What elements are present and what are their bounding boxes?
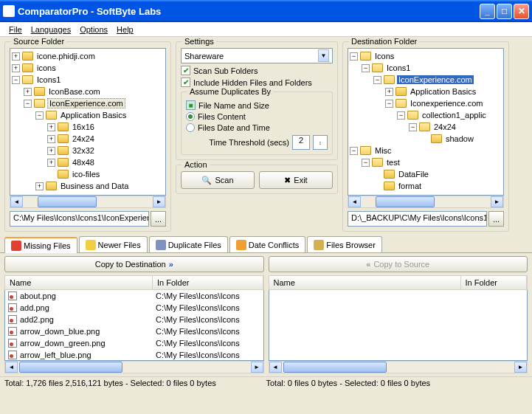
menu-help[interactable]: Help xyxy=(112,24,138,35)
col-folder[interactable]: In Folder xyxy=(461,276,528,289)
tree-item[interactable]: −Icons1 xyxy=(12,74,164,86)
include-hidden-checkbox[interactable]: ✔ xyxy=(181,77,190,87)
scroll-thumb[interactable] xyxy=(19,362,122,373)
tree-item[interactable]: +Application Basics xyxy=(350,86,502,97)
scroll-left-icon[interactable]: ◄ xyxy=(5,362,18,373)
tree-item[interactable]: +24x24 xyxy=(12,133,164,145)
scroll-right-icon[interactable]: ► xyxy=(153,196,165,207)
tree-item[interactable]: −Icons1 xyxy=(350,62,502,74)
preset-combo[interactable]: Shareware ▼ xyxy=(181,48,333,63)
name-size-checkbox[interactable]: ■ xyxy=(186,100,196,110)
scan-button[interactable]: 🔍 Scan xyxy=(181,171,255,189)
copy-to-dest-button[interactable]: Copy to Destination » xyxy=(4,256,264,272)
expand-icon[interactable]: − xyxy=(409,123,417,131)
tree-item[interactable]: +icons xyxy=(12,62,164,74)
tree-item[interactable]: −IconExperience.com xyxy=(350,74,502,86)
col-name[interactable]: Name xyxy=(269,276,461,289)
scroll-thumb[interactable] xyxy=(283,362,387,373)
scan-sub-checkbox[interactable]: ✔ xyxy=(181,66,190,75)
dest-scrollbar[interactable]: ◄ ► xyxy=(348,196,504,208)
tree-item[interactable]: shadow xyxy=(350,133,502,145)
close-button[interactable]: ✕ xyxy=(514,4,529,19)
dest-tree[interactable]: −Icons−Icons1−IconExperience.com+Applica… xyxy=(348,48,504,196)
tree-item[interactable]: −Iconexperience.com xyxy=(350,97,502,109)
expand-icon[interactable]: − xyxy=(362,159,370,167)
right-list-scrollbar[interactable]: ◄ ► xyxy=(269,361,528,373)
tree-item[interactable]: format xyxy=(350,180,502,192)
expand-icon[interactable]: − xyxy=(350,147,358,155)
expand-icon[interactable]: − xyxy=(385,100,393,108)
expand-icon[interactable]: − xyxy=(35,111,44,120)
date-time-radio[interactable] xyxy=(186,123,195,132)
scroll-thumb[interactable] xyxy=(38,196,97,207)
tree-item[interactable]: −Application Basics xyxy=(12,109,164,121)
scroll-right-icon[interactable]: ► xyxy=(514,362,527,373)
tree-item[interactable]: −Misc xyxy=(350,145,502,156)
tree-item[interactable]: −24x24 xyxy=(350,121,502,133)
expand-icon[interactable]: − xyxy=(24,100,32,108)
tree-item[interactable]: −Icons xyxy=(350,50,502,62)
tree-item[interactable]: −IconExperience.com xyxy=(12,97,164,109)
expand-icon[interactable]: + xyxy=(47,135,55,143)
expand-icon[interactable]: − xyxy=(373,76,381,84)
threshold-spinner[interactable]: ↕ xyxy=(313,135,328,150)
left-list[interactable]: about.pngC:\My Files\Icons\Iconsadd.pngC… xyxy=(4,290,264,361)
dest-browse-button[interactable]: ... xyxy=(488,211,504,227)
copy-to-source-button[interactable]: « Copy to Source xyxy=(269,256,528,272)
col-name[interactable]: Name xyxy=(5,276,153,289)
tab-newer-files[interactable]: Newer Files xyxy=(79,236,148,252)
list-item[interactable]: add2.pngC:\My Files\Icons\Icons xyxy=(5,314,263,325)
minimize-button[interactable]: _ xyxy=(480,4,495,19)
content-radio[interactable] xyxy=(186,112,195,121)
expand-icon[interactable]: + xyxy=(47,123,55,131)
source-scrollbar[interactable]: ◄ ► xyxy=(10,196,166,208)
scroll-left-icon[interactable]: ◄ xyxy=(348,196,361,207)
tab-files-browser[interactable]: Files Browser xyxy=(307,236,382,252)
menu-languages[interactable]: Languages xyxy=(27,24,75,35)
tree-item[interactable]: +16x16 xyxy=(12,121,164,133)
expand-icon[interactable]: − xyxy=(350,52,358,61)
list-item[interactable]: add.pngC:\My Files\Icons\Icons xyxy=(5,302,263,314)
right-list[interactable] xyxy=(269,290,528,361)
left-list-scrollbar[interactable]: ◄ ► xyxy=(4,361,264,373)
scroll-right-icon[interactable]: ► xyxy=(251,362,263,373)
menu-file[interactable]: File xyxy=(4,24,27,35)
scroll-thumb[interactable] xyxy=(376,196,435,207)
menu-options[interactable]: Options xyxy=(75,24,112,35)
scroll-left-icon[interactable]: ◄ xyxy=(269,362,282,373)
expand-icon[interactable]: + xyxy=(47,159,55,167)
expand-icon[interactable]: + xyxy=(12,64,20,72)
tab-date-conflicts[interactable]: Date Conflicts xyxy=(229,236,305,252)
col-folder[interactable]: In Folder xyxy=(153,276,263,289)
expand-icon[interactable]: + xyxy=(47,147,55,155)
threshold-input[interactable]: 2 xyxy=(292,135,310,150)
scroll-left-icon[interactable]: ◄ xyxy=(10,196,23,207)
tree-item[interactable]: ico-files xyxy=(12,168,164,180)
tree-item[interactable]: +IconBase.com xyxy=(12,86,164,97)
source-path-input[interactable]: C:\My Files\Icons\Icons1\IconExperienc..… xyxy=(10,211,149,227)
expand-icon[interactable]: + xyxy=(35,182,44,190)
expand-icon[interactable]: + xyxy=(12,52,20,61)
tab-missing-files[interactable]: Missing Files xyxy=(4,237,77,253)
tab-duplicate-files[interactable]: Duplicate Files xyxy=(149,236,228,252)
tree-item[interactable]: +icone.phidji.com xyxy=(12,50,164,62)
tree-item[interactable]: −test xyxy=(350,156,502,168)
tree-item[interactable]: +Business and Data xyxy=(12,180,164,192)
list-item[interactable]: arrow_down_green.pngC:\My Files\Icons\Ic… xyxy=(5,337,263,349)
maximize-button[interactable]: □ xyxy=(497,4,512,19)
list-item[interactable]: about.pngC:\My Files\Icons\Icons xyxy=(5,290,263,302)
tree-item[interactable]: DataFile xyxy=(350,168,502,180)
exit-button[interactable]: ✖ Exit xyxy=(259,171,333,189)
tree-item[interactable]: −collection1_applic xyxy=(350,109,502,121)
tree-item[interactable]: +48x48 xyxy=(12,156,164,168)
dest-path-input[interactable]: D:\_BACKUP\C\My Files\Icons\Icons1\I... xyxy=(348,211,487,227)
expand-icon[interactable]: + xyxy=(24,88,32,96)
source-tree[interactable]: +icone.phidji.com+icons−Icons1+IconBase.… xyxy=(10,48,166,196)
expand-icon[interactable]: + xyxy=(385,88,393,96)
source-browse-button[interactable]: ... xyxy=(151,211,166,227)
expand-icon[interactable]: − xyxy=(12,76,20,84)
scroll-right-icon[interactable]: ► xyxy=(491,196,503,207)
tree-item[interactable]: +32x32 xyxy=(12,145,164,156)
list-item[interactable]: arrow_down_blue.pngC:\My Files\Icons\Ico… xyxy=(5,325,263,337)
list-item[interactable]: arrow_left_blue.pngC:\My Files\Icons\Ico… xyxy=(5,349,263,361)
